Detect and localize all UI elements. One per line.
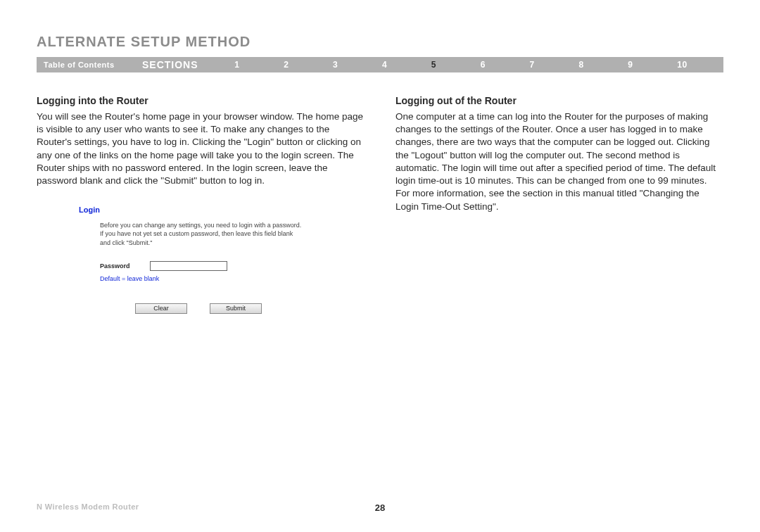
document-page: ALTERNATE SETUP METHOD Table of Contents… (0, 0, 760, 532)
section-link-3[interactable]: 3 (329, 57, 342, 72)
page-title: ALTERNATE SETUP METHOD (37, 34, 723, 50)
section-link-7[interactable]: 7 (526, 57, 539, 72)
page-number: 28 (375, 502, 385, 513)
login-buttons: Clear Submit (135, 303, 304, 314)
page-footer: N Wireless Modem Router 28 (37, 502, 723, 511)
section-link-5[interactable]: 5 (427, 57, 441, 72)
login-box-instructions: Before you can change any settings, you … (100, 221, 304, 246)
section-link-9[interactable]: 9 (623, 57, 637, 72)
password-label: Password (100, 262, 130, 270)
content-columns: Logging into the Router You will see the… (37, 95, 723, 314)
logout-section-body: One computer at a time can log into the … (395, 110, 723, 213)
logout-section-heading: Logging out of the Router (395, 95, 723, 106)
section-link-8[interactable]: 8 (574, 57, 588, 72)
section-links: 1 2 3 4 5 6 7 8 9 10 (213, 57, 723, 72)
section-link-2[interactable]: 2 (279, 57, 293, 72)
right-column: Logging out of the Router One computer a… (395, 95, 723, 314)
password-row: Password (100, 261, 304, 271)
section-link-6[interactable]: 6 (476, 57, 490, 72)
password-hint: Default = leave blank (100, 275, 304, 282)
section-link-4[interactable]: 4 (378, 57, 391, 72)
left-column: Logging into the Router You will see the… (37, 95, 365, 314)
toc-link[interactable]: Table of Contents (37, 61, 142, 69)
clear-button[interactable]: Clear (135, 303, 187, 314)
section-link-10[interactable]: 10 (673, 57, 691, 72)
section-nav: Table of Contents SECTIONS 1 2 3 4 5 6 7… (37, 57, 723, 72)
login-section-body: You will see the Router's home page in y… (37, 110, 365, 187)
login-box-title: Login (79, 205, 304, 214)
sections-label: SECTIONS (142, 59, 213, 70)
password-input[interactable] (150, 261, 227, 271)
login-section-heading: Logging into the Router (37, 95, 365, 106)
login-screenshot: Login Before you can change any settings… (79, 205, 304, 313)
submit-button[interactable]: Submit (210, 303, 262, 314)
section-link-1[interactable]: 1 (230, 57, 243, 72)
product-name: N Wireless Modem Router (37, 502, 139, 511)
